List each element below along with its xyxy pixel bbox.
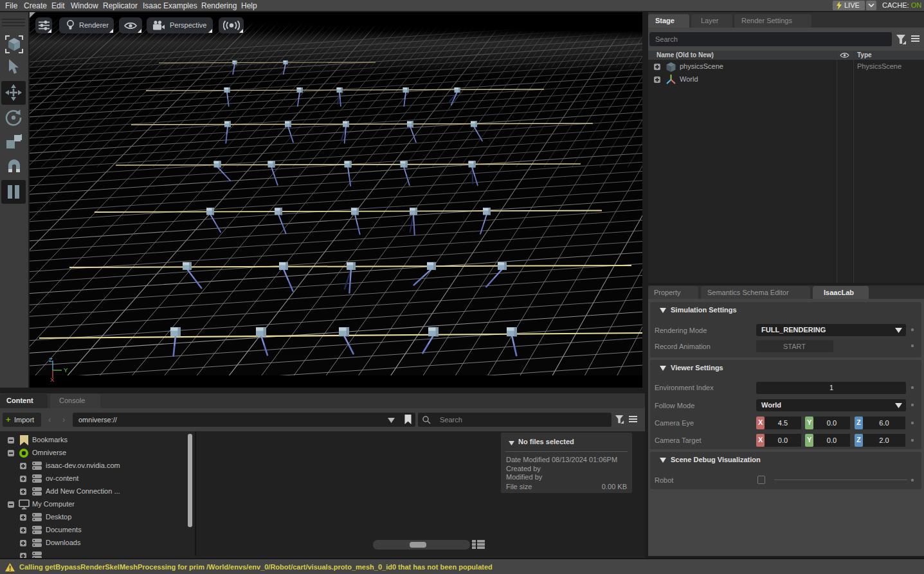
svg-text:X: X bbox=[50, 376, 55, 383]
svg-text:Y: Y bbox=[64, 366, 68, 373]
svg-text:Z: Z bbox=[49, 356, 53, 363]
